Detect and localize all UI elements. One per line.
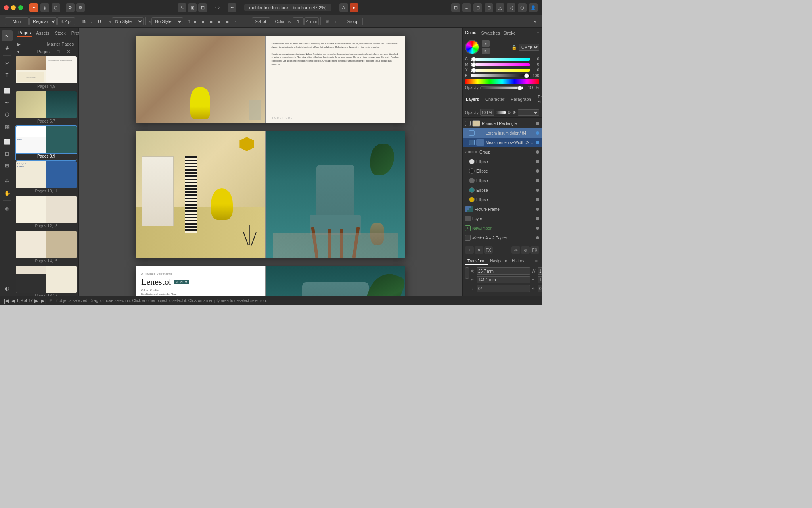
font-style-select[interactable]: Regular <box>29 17 57 25</box>
tab-paragraph[interactable]: Paragraph <box>508 95 534 104</box>
tab-navigator[interactable]: Navigator <box>488 258 509 265</box>
group-button[interactable]: Group <box>344 18 361 25</box>
minimize-button[interactable] <box>11 5 16 10</box>
tab-text-styles[interactable]: Text Styles <box>534 92 542 107</box>
delete-layer-button[interactable]: ✕ <box>475 246 483 254</box>
list-bullet-button[interactable]: ≔ <box>232 18 241 25</box>
fill-tool[interactable]: ▧ <box>2 121 13 132</box>
slider-y-thumb[interactable] <box>471 68 476 73</box>
colour-model-select[interactable]: CMYK <box>519 44 539 51</box>
s-input[interactable]: 0° <box>538 285 542 292</box>
spread-thumb-1213[interactable]: Pages 12,13 <box>16 196 77 230</box>
font-icon[interactable]: A <box>339 3 348 12</box>
char-style-select[interactable]: No Style <box>151 17 183 25</box>
columns-input[interactable]: 1 <box>293 17 304 25</box>
layer-ellipse-5[interactable]: Ellipse <box>463 195 542 204</box>
layer-lorem-ipsum[interactable]: Lorem ipsum dolor / 84 <box>463 128 542 138</box>
hand-tool[interactable]: ✋ <box>2 187 13 198</box>
frame-icon[interactable]: ▣ <box>188 3 197 12</box>
add-layer-button[interactable]: + <box>465 246 474 254</box>
spread-thumb-67[interactable]: Pages 6,7 <box>16 91 77 125</box>
tab-stroke[interactable]: Stroke <box>503 31 516 36</box>
view-toggle[interactable]: ◐ <box>2 283 13 294</box>
app-icon-designer[interactable]: ⬡ <box>52 3 60 12</box>
pen-icon[interactable]: ✒ <box>228 3 236 12</box>
frame-tool[interactable]: ⬜ <box>2 136 13 147</box>
node-tool[interactable]: ◈ <box>2 42 13 53</box>
tab-history[interactable]: History <box>509 258 527 265</box>
zoom-tool[interactable]: ⊕ <box>2 175 13 187</box>
crop-tool[interactable]: ✂ <box>2 58 13 69</box>
first-page-button[interactable]: |◀ <box>3 298 10 304</box>
align2-icon[interactable]: ≡ <box>462 3 471 12</box>
layer-master[interactable]: Master A – 2 Pages <box>463 233 542 242</box>
align3-icon[interactable]: ⊟ <box>473 3 482 12</box>
font-family-input[interactable]: Muli <box>5 17 29 25</box>
text-tool[interactable]: T <box>2 69 13 81</box>
layer-action-1[interactable]: ◎ <box>511 246 520 254</box>
nav-left[interactable]: ‹ <box>215 5 216 10</box>
layer-picture-frame[interactable]: Picture Frame <box>463 204 542 214</box>
tab-character[interactable]: Character <box>482 95 508 104</box>
spread-thumb-1617[interactable]: Pages 16,17 <box>16 266 77 296</box>
prev-page-button[interactable]: ◀ <box>11 298 16 304</box>
close-button[interactable] <box>4 5 9 10</box>
spread-thumb-45[interactable]: FURNITURE Lorem ipsum dolor sit amet con… <box>16 56 77 90</box>
col-gap-input[interactable]: 4 mm <box>304 17 319 25</box>
colour-wheel[interactable] <box>465 40 479 54</box>
pen-tool[interactable]: ✒ <box>2 97 13 108</box>
layers-opacity-track[interactable] <box>496 111 506 114</box>
slider-m-thumb[interactable] <box>471 62 476 67</box>
colour-spectrum[interactable] <box>465 79 539 84</box>
italic-button[interactable]: I <box>89 18 95 25</box>
list-number-button[interactable]: ≔ <box>242 18 251 25</box>
triangle-icon[interactable]: △ <box>496 3 504 12</box>
layer-measurements[interactable]: Measurements+Width<NBS>+55 cm <box>463 138 542 147</box>
nav-right[interactable]: › <box>218 5 220 10</box>
add-page-icon[interactable]: □ <box>57 49 65 54</box>
tab-layers[interactable]: Layers <box>463 95 482 104</box>
anchor-grid[interactable] <box>465 267 469 279</box>
justify-all-button[interactable]: ≡ <box>224 18 231 25</box>
shape-tool[interactable]: ⬜ <box>2 85 13 96</box>
spread-thumb-89[interactable]: Lenestol Pages 8,9 <box>16 126 77 160</box>
bold-button[interactable]: B <box>80 18 88 25</box>
spread-thumb-1415[interactable]: Pages 14,15 <box>16 231 77 265</box>
tab-transform[interactable]: Transform <box>465 258 488 265</box>
opacity-thumb[interactable] <box>517 86 522 90</box>
layer-new-import[interactable]: + New/Import <box>463 223 542 233</box>
canvas-area[interactable]: Lorem ipsum dolor sit amet, consectetur … <box>79 28 462 296</box>
layer-ellipse-2[interactable]: Ellipse <box>463 166 542 176</box>
app-icon-affinity[interactable]: ✦ <box>29 3 38 12</box>
fx-button[interactable]: FX <box>484 246 493 254</box>
slider-k-track[interactable] <box>471 74 530 77</box>
w-input[interactable]: 153.3 mm <box>538 267 542 275</box>
slider-y-track[interactable] <box>471 69 530 72</box>
app-icon-photo[interactable]: ◈ <box>40 3 49 12</box>
layer-rounded-rect[interactable]: Rounded Rectangle <box>463 119 542 128</box>
layers-opacity-input[interactable] <box>480 109 494 116</box>
r-input[interactable]: 0° <box>477 285 530 292</box>
slider-c-track[interactable] <box>471 58 530 61</box>
group-expand-icon[interactable]: ▾ <box>465 150 467 154</box>
spread-thumb-1011[interactable]: Lifestyle &Comfort Pages 10,11 <box>16 161 77 195</box>
color-icon[interactable]: ● <box>350 3 358 12</box>
slider-m-track[interactable] <box>471 63 530 66</box>
tab-stock[interactable]: Stock <box>53 30 67 36</box>
blend-mode-select[interactable]: Normal <box>518 109 539 116</box>
tab-pages[interactable]: Pages <box>17 29 32 37</box>
picture-tool[interactable]: ⊡ <box>2 148 13 159</box>
tab-colour[interactable]: Colour <box>465 30 478 36</box>
maximize-button[interactable] <box>18 5 23 10</box>
layer-action-fx[interactable]: FX <box>530 246 539 254</box>
align-right-button[interactable]: ≡ <box>207 18 214 25</box>
layer-ellipse-4[interactable]: Ellipse <box>463 185 542 195</box>
last-page-button[interactable]: ▶| <box>40 298 46 304</box>
paint-tool[interactable]: ⬡ <box>2 109 13 120</box>
crop-icon[interactable]: ⊡ <box>198 3 207 12</box>
slider-c-thumb[interactable] <box>471 57 476 62</box>
align-center-button[interactable]: ≡ <box>199 18 207 25</box>
more-button[interactable]: » <box>531 18 538 25</box>
grid-icon[interactable]: ⊞ <box>485 3 493 12</box>
export-icon[interactable]: ⬡ <box>518 3 527 12</box>
